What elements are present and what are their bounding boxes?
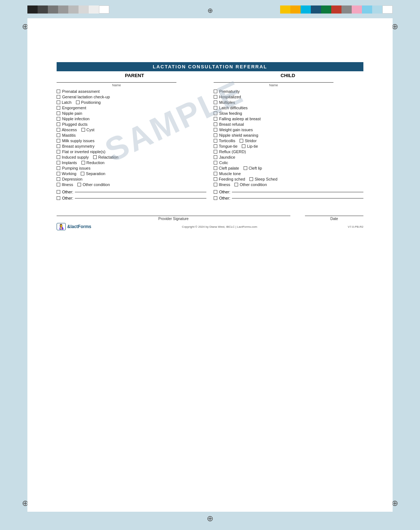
checkbox[interactable]: [214, 128, 217, 132]
checkbox[interactable]: [57, 106, 60, 110]
checkbox[interactable]: [57, 117, 60, 121]
parent-header: PARENT: [125, 73, 144, 78]
other-input-line[interactable]: [232, 192, 363, 192]
checkbox[interactable]: [81, 128, 85, 132]
form-container: LACTATION CONSULTATION REFERRAL PARENT C…: [49, 62, 371, 230]
checkbox[interactable]: [214, 183, 217, 186]
checkbox[interactable]: [214, 150, 217, 154]
list-item: Nipple infection: [57, 117, 206, 121]
child-name-line: [214, 82, 333, 83]
color-bar-right: [280, 5, 393, 14]
checkbox[interactable]: [214, 133, 217, 137]
checkbox[interactable]: [57, 122, 60, 126]
checkbox[interactable]: [57, 144, 60, 148]
list-item: Nipple pain: [57, 111, 206, 116]
checkbox[interactable]: [57, 161, 60, 164]
checkbox[interactable]: [214, 144, 217, 148]
checkbox[interactable]: [214, 155, 217, 159]
checkbox[interactable]: [242, 144, 245, 148]
checkbox[interactable]: [214, 196, 217, 200]
logo-text: &lactForms: [67, 224, 91, 229]
item-label: Separation: [86, 171, 105, 176]
checkbox[interactable]: [57, 95, 60, 99]
check-part: Cyst: [81, 128, 95, 132]
item-label: Colic: [219, 160, 228, 165]
item-label: Breast asymmetry: [62, 144, 95, 148]
list-item-double: Torticollis Stridor: [214, 139, 363, 143]
other-input-line[interactable]: [75, 192, 206, 192]
other-label: Other:: [219, 196, 230, 200]
checkbox[interactable]: [57, 183, 60, 186]
child-other-line-1: Other:: [214, 190, 363, 194]
logo-icon: 🤱: [57, 223, 66, 230]
checkbox[interactable]: [77, 183, 81, 186]
check-part: Lip-tie: [242, 144, 258, 148]
checkbox[interactable]: [57, 101, 60, 104]
checkbox[interactable]: [57, 172, 60, 175]
checkbox[interactable]: [57, 155, 60, 159]
item-label: Illness: [62, 182, 73, 187]
checkbox[interactable]: [214, 177, 217, 181]
item-label: Plugged ducts: [62, 122, 88, 126]
check-part: Cleft palate: [214, 166, 239, 170]
checkbox[interactable]: [214, 190, 217, 194]
provider-signature-line[interactable]: [57, 209, 290, 216]
checkbox[interactable]: [240, 139, 243, 143]
list-item-double: Tongue-tie Lip-tie: [214, 144, 363, 148]
checkbox[interactable]: [214, 111, 217, 115]
other-line-2: Other:: [57, 196, 206, 200]
list-item: Plugged ducts: [57, 122, 206, 126]
checkbox[interactable]: [81, 161, 85, 164]
checkbox[interactable]: [57, 128, 60, 132]
item-label: Nipple infection: [62, 117, 89, 121]
checkbox[interactable]: [214, 139, 217, 143]
parent-name-label: Name: [57, 83, 176, 87]
checkbox[interactable]: [214, 161, 217, 164]
checkbox[interactable]: [93, 155, 97, 159]
list-item: Flat or inverted nipple(s): [57, 149, 206, 154]
checkbox[interactable]: [57, 150, 60, 154]
check-part: Reduction: [81, 160, 105, 165]
item-label: Pumping issues: [62, 166, 91, 170]
date-line[interactable]: [305, 209, 363, 216]
checkbox[interactable]: [214, 117, 217, 121]
checkbox[interactable]: [234, 183, 238, 186]
checkbox[interactable]: [57, 177, 60, 181]
checkbox[interactable]: [214, 101, 217, 104]
check-part: Feeding sched: [214, 177, 245, 181]
checkbox[interactable]: [57, 196, 60, 200]
checkbox[interactable]: [57, 139, 60, 143]
list-item: Prematurity: [214, 89, 363, 94]
checkbox[interactable]: [57, 90, 60, 93]
checkbox[interactable]: [244, 166, 247, 170]
checkbox[interactable]: [57, 111, 60, 115]
list-item-double: Feeding sched Sleep Sched: [214, 177, 363, 181]
checkbox[interactable]: [214, 166, 217, 170]
checkbox[interactable]: [76, 101, 80, 104]
checkbox[interactable]: [57, 190, 60, 194]
list-item: Reflux (GERD): [214, 149, 363, 154]
item-label: Weight gain issues: [219, 128, 253, 132]
check-part: Relactation: [93, 155, 118, 159]
child-header: CHILD: [280, 73, 295, 78]
other-label: Other:: [62, 196, 73, 200]
checkbox[interactable]: [81, 172, 84, 175]
checkbox[interactable]: [249, 177, 253, 181]
checkbox[interactable]: [214, 106, 217, 110]
other-input-line[interactable]: [75, 198, 206, 198]
list-item: Pumping issues: [57, 166, 206, 170]
checkbox[interactable]: [214, 172, 217, 175]
other-label: Other:: [62, 190, 73, 194]
color-bar-left: [27, 5, 109, 14]
item-label: Feeding sched: [219, 177, 245, 181]
checkbox[interactable]: [214, 122, 217, 126]
checkbox[interactable]: [214, 95, 217, 99]
swatch-pale-blue: [372, 5, 382, 14]
signature-section: Provider Signature Date: [57, 209, 363, 221]
other-input-line[interactable]: [232, 198, 363, 198]
checkbox[interactable]: [57, 166, 60, 170]
list-item: Engorgement: [57, 106, 206, 110]
checkbox[interactable]: [57, 133, 60, 137]
list-item: Depression: [57, 177, 206, 181]
checkbox[interactable]: [214, 90, 217, 93]
